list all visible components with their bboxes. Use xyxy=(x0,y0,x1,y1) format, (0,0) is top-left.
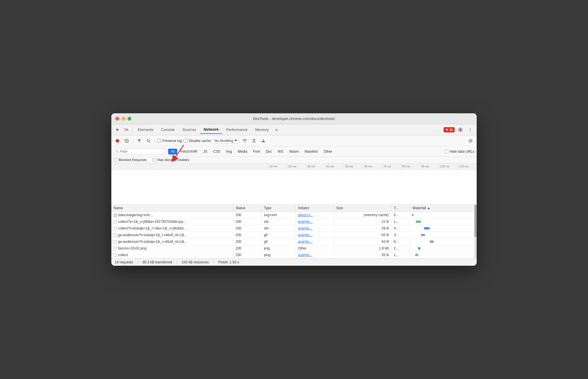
preserve-log-input[interactable] xyxy=(157,139,161,143)
nav-separator-1 xyxy=(132,127,133,133)
filter-btn-css[interactable]: CSS xyxy=(210,149,223,154)
cell-time: 1... xyxy=(391,218,410,225)
cell-initiator[interactable]: analytic... xyxy=(295,225,334,232)
filter-input-wrapper xyxy=(114,149,166,154)
header-status[interactable]: Status xyxy=(233,205,262,212)
filter-btn-manifest[interactable]: Manifest xyxy=(302,149,320,154)
row-checkbox[interactable] xyxy=(114,227,117,230)
header-time[interactable]: T... xyxy=(391,205,410,212)
svg-point-2 xyxy=(460,129,461,130)
scrollbar[interactable] xyxy=(474,205,477,258)
cell-initiator[interactable]: analytic... xyxy=(295,232,334,238)
cell-initiator[interactable]: analytic... xyxy=(295,218,334,225)
cell-time: 6... xyxy=(391,238,410,245)
filter-btn-media[interactable]: Media xyxy=(235,149,250,154)
cell-time: 0... xyxy=(391,212,410,218)
row-checkbox[interactable] xyxy=(114,234,117,237)
filter-btn-other[interactable]: Other xyxy=(321,149,335,154)
filter-btn-wasm[interactable]: Wasm xyxy=(286,149,302,154)
cell-status: 200 xyxy=(233,252,262,258)
header-type[interactable]: Type xyxy=(262,205,295,212)
header-size[interactable]: Size xyxy=(334,205,391,212)
row-checkbox[interactable] xyxy=(114,220,117,223)
tick-100ms: 100 ms xyxy=(439,163,458,170)
tab-memory[interactable]: Memory xyxy=(252,126,272,134)
preserve-log-checkbox[interactable]: Preserve log xyxy=(157,139,182,143)
minimize-button[interactable] xyxy=(121,117,125,121)
throttle-label: No throttling xyxy=(215,139,233,143)
cell-initiator[interactable]: analytic... xyxy=(295,252,334,258)
row-checkbox[interactable] xyxy=(114,254,117,257)
cell-waterfall xyxy=(410,232,477,238)
cell-size: 63 B xyxy=(334,238,391,245)
tab-sources[interactable]: Sources xyxy=(179,126,200,134)
filter-btn-all[interactable]: All xyxy=(168,149,177,154)
more-options-icon[interactable] xyxy=(466,126,474,134)
table-row[interactable]: collect200pinganalytic...55 B1... xyxy=(111,252,477,258)
table-row[interactable]: favicon-32x32.png200pngOther1.9 kB2... xyxy=(111,245,477,252)
cell-initiator[interactable]: Other xyxy=(295,245,334,252)
table-row[interactable]: ga-audiences?t=sr&aip=1&_r=4&slf_rd=1&..… xyxy=(111,238,477,245)
header-waterfall[interactable]: Waterfall ▲ xyxy=(410,205,477,212)
status-bar: 14 requests 95.3 kB transferred 242 kB r… xyxy=(111,258,477,266)
upload-icon[interactable] xyxy=(250,137,258,145)
cell-name: ga-audiences?t=sr&aip=1&_r=4&slf_rd=1&..… xyxy=(111,238,233,245)
filter-btn-doc[interactable]: Doc xyxy=(263,149,274,154)
wifi-icon[interactable] xyxy=(241,137,248,145)
hide-data-urls-checkbox[interactable]: Hide data URLs xyxy=(445,150,474,154)
tick-90ms: 90 ms xyxy=(420,163,439,170)
nav-tabs: Elements Console Sources Network Perform… xyxy=(111,124,477,135)
close-button[interactable] xyxy=(115,117,119,121)
svg-point-11 xyxy=(116,150,118,152)
network-settings-icon[interactable] xyxy=(467,137,474,145)
download-icon[interactable] xyxy=(259,137,267,145)
tab-performance[interactable]: Performance xyxy=(223,126,251,134)
clear-button[interactable] xyxy=(123,137,130,145)
tick-80ms: 80 ms xyxy=(401,163,420,170)
more-tabs-button[interactable]: » xyxy=(273,127,280,132)
search-icon[interactable] xyxy=(145,137,152,145)
row-name-text: ga-audiences?t=sr&aip=1&_r=4&slf_rd=1&..… xyxy=(118,233,187,237)
blocked-requests-checkbox[interactable]: Blocked Requests xyxy=(114,158,147,162)
table-row[interactable]: ga-audiences?t=sr&aip=1&_r=4&slf_rd=1&..… xyxy=(111,232,477,238)
file-icon xyxy=(114,214,117,217)
tab-elements[interactable]: Elements xyxy=(134,126,157,134)
cell-type: gif xyxy=(262,232,295,238)
has-blocked-cookies-checkbox[interactable]: Has blocked cookies xyxy=(153,158,189,162)
filter-btn-font[interactable]: Font xyxy=(250,149,262,154)
disable-cache-input[interactable] xyxy=(184,139,187,143)
throttle-select[interactable]: No throttling xyxy=(213,138,239,144)
row-checkbox[interactable] xyxy=(114,240,117,243)
header-name[interactable]: Name xyxy=(111,205,233,212)
device-toolbar-icon[interactable] xyxy=(122,126,130,134)
table-row[interactable]: data:image/svg+xml;...200svg+xmlabout:cl… xyxy=(111,212,477,218)
network-table: Name Status Type Initiator Size T... Wat… xyxy=(111,205,477,258)
table-row[interactable]: collect?t=dc&aip=1&_r=3&v=1&_v=j90&tid..… xyxy=(111,225,477,232)
cell-waterfall xyxy=(410,218,477,225)
cell-type: gif xyxy=(262,238,295,245)
header-initiator[interactable]: Initiator xyxy=(295,205,334,212)
tab-console[interactable]: Console xyxy=(157,126,178,134)
filter-btn-img[interactable]: Img xyxy=(224,149,235,154)
cursor-icon[interactable] xyxy=(114,126,122,134)
settings-icon[interactable] xyxy=(456,126,464,134)
row-name-text: ga-audiences?t=sr&aip=1&_r=4&slf_rd=1&..… xyxy=(118,240,187,244)
row-checkbox[interactable] xyxy=(114,247,117,250)
toolbar-right xyxy=(467,137,474,145)
svg-rect-0 xyxy=(125,129,127,130)
scrollbar-thumb[interactable] xyxy=(474,205,477,237)
filter-input[interactable] xyxy=(120,150,164,154)
filter-btn-fetch-xhr[interactable]: Fetch/XHR xyxy=(178,149,200,154)
cell-type: ping xyxy=(262,252,295,258)
waterfall-bar xyxy=(415,254,418,256)
cell-initiator[interactable]: about:cl... xyxy=(295,212,334,218)
disable-cache-checkbox[interactable]: Disable cache xyxy=(184,139,210,143)
table-row[interactable]: collect?v=1&_v=j90&a=1837457034&t=pa...2… xyxy=(111,218,477,225)
record-button[interactable] xyxy=(114,137,121,145)
filter-btn-js[interactable]: JS xyxy=(201,149,210,154)
maximize-button[interactable] xyxy=(128,117,131,121)
filter-icon[interactable] xyxy=(135,137,143,145)
filter-btn-ws[interactable]: WS xyxy=(275,149,286,154)
tab-network[interactable]: Network xyxy=(200,125,222,134)
cell-initiator[interactable]: analytic... xyxy=(295,238,334,245)
